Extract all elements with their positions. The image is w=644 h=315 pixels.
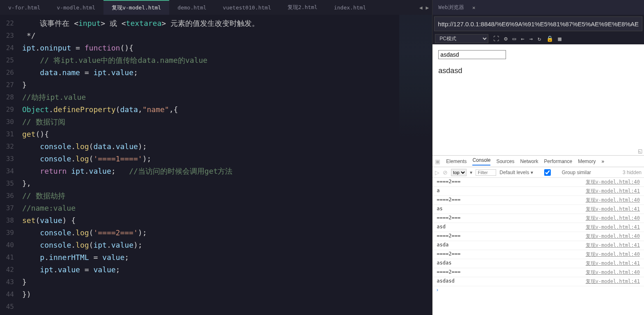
console-prompt[interactable]: › bbox=[432, 286, 644, 294]
browser-tab-bar: Web浏览器 × bbox=[432, 0, 644, 15]
console-message: ====2=== bbox=[437, 197, 460, 204]
editor-tab[interactable]: index.html bbox=[326, 0, 374, 15]
qr-icon[interactable]: ▦ bbox=[558, 35, 561, 42]
devtools-tab-network[interactable]: Network bbox=[520, 159, 538, 164]
console-message: ====2=== bbox=[437, 215, 460, 222]
console-row: asdasd复现v-model.html:41 bbox=[432, 277, 644, 286]
preview-text-input[interactable] bbox=[438, 50, 506, 59]
console-message: ====2=== bbox=[437, 179, 460, 186]
inspect-icon[interactable]: ▣ bbox=[435, 158, 440, 165]
editor-tab[interactable]: 复现2.html bbox=[279, 0, 326, 15]
devtools: ◱ ▣ ElementsConsoleSourcesNetworkPerform… bbox=[432, 155, 644, 315]
devtools-tabs: ▣ ElementsConsoleSourcesNetworkPerforman… bbox=[432, 156, 644, 167]
expand-icon[interactable]: ⛶ bbox=[493, 35, 499, 42]
console-message: a bbox=[437, 188, 439, 195]
console-source-link[interactable]: 复现v-model.html:40 bbox=[586, 215, 640, 222]
editor-tab-bar: v-for.htmlv-modle.html复现v-model.htmldemo… bbox=[0, 0, 432, 15]
minimap[interactable] bbox=[399, 15, 432, 138]
console-source-link[interactable]: 复现v-model.html:40 bbox=[586, 233, 640, 240]
editor-tab[interactable]: 复现v-model.html bbox=[104, 0, 169, 15]
lock-icon[interactable]: 🔒 bbox=[546, 35, 553, 42]
console-row: asdas复现v-model.html:41 bbox=[432, 259, 644, 268]
screenshot-icon[interactable]: ▭ bbox=[513, 35, 516, 42]
console-row: as复现v-model.html:41 bbox=[432, 205, 644, 214]
console-source-link[interactable]: 复现v-model.html:41 bbox=[586, 278, 640, 285]
console-message: ====2=== bbox=[437, 269, 460, 276]
devtools-tab-console[interactable]: Console bbox=[472, 157, 490, 166]
group-similar-label: Group similar bbox=[562, 170, 591, 175]
console-source-link[interactable]: 复现v-model.html:40 bbox=[586, 251, 640, 258]
editor-body: 2223242526272829303132333435363738394041… bbox=[0, 15, 432, 315]
editor-tab[interactable]: v-for.html bbox=[0, 0, 48, 15]
console-message: asdas bbox=[437, 260, 451, 267]
devtools-tab-sources[interactable]: Sources bbox=[496, 159, 514, 164]
console-source-link[interactable]: 复现v-model.html:41 bbox=[586, 242, 640, 249]
page-preview: asdasd bbox=[432, 44, 644, 155]
gear-icon[interactable]: ⚙ bbox=[504, 35, 507, 42]
browser-tab[interactable]: Web浏览器 bbox=[432, 0, 469, 15]
console-output: ====2===复现v-model.html:40a复现v-model.html… bbox=[432, 178, 644, 315]
console-source-link[interactable]: 复现v-model.html:40 bbox=[586, 197, 640, 204]
forward-icon[interactable]: → bbox=[529, 35, 533, 42]
context-select[interactable]: top bbox=[451, 169, 467, 176]
editor-tab[interactable]: vuetest010.html bbox=[215, 0, 279, 15]
console-row: ====2===复现v-model.html:40 bbox=[432, 178, 644, 187]
console-row: ====2===复现v-model.html:40 bbox=[432, 268, 644, 277]
console-source-link[interactable]: 复现v-model.html:40 bbox=[586, 179, 640, 186]
back-icon[interactable]: ← bbox=[521, 35, 524, 42]
console-row: ====2===复现v-model.html:40 bbox=[432, 232, 644, 241]
devtools-tab-performance[interactable]: Performance bbox=[544, 159, 572, 164]
console-row: ====2===复现v-model.html:40 bbox=[432, 214, 644, 223]
reload-icon[interactable]: ↻ bbox=[538, 35, 541, 42]
browser-toolbar: PC模式 ⛶ ⚙ ▭ ← → ↻ 🔒 ▦ bbox=[432, 33, 644, 44]
console-filter-bar: ▷ ⊘ top ▾ Default levels ▾ Group similar… bbox=[432, 167, 644, 178]
devtools-tab-memory[interactable]: Memory bbox=[578, 159, 596, 164]
tab-scroll-arrows[interactable]: ◀ ▶ bbox=[416, 5, 432, 11]
mode-select[interactable]: PC模式 bbox=[435, 34, 488, 43]
console-row: a复现v-model.html:41 bbox=[432, 187, 644, 196]
url-bar[interactable]: http://127.0.0.1:8848/%E6%9A%91%E5%81%87… bbox=[434, 16, 642, 31]
console-row: ====2===复现v-model.html:40 bbox=[432, 196, 644, 205]
group-similar-checkbox[interactable] bbox=[537, 169, 558, 176]
editor-area: v-for.htmlv-modle.html复现v-model.htmldemo… bbox=[0, 0, 432, 315]
filter-input[interactable] bbox=[476, 169, 496, 176]
popout-icon[interactable]: ◱ bbox=[638, 148, 642, 154]
console-message: asda bbox=[437, 242, 448, 249]
editor-tab[interactable]: demo.html bbox=[169, 0, 214, 15]
console-source-link[interactable]: 复现v-model.html:41 bbox=[586, 224, 640, 231]
clear-console-icon[interactable]: ▷ bbox=[435, 169, 439, 176]
levels-dropdown[interactable]: Default levels ▾ bbox=[499, 170, 533, 175]
console-source-link[interactable]: 复现v-model.html:41 bbox=[586, 206, 640, 213]
console-message: ====2=== bbox=[437, 251, 460, 258]
close-icon[interactable]: × bbox=[470, 5, 478, 11]
console-message: ====2=== bbox=[437, 233, 460, 240]
browser-panel: Web浏览器 × http://127.0.0.1:8848/%E6%9A%91… bbox=[432, 0, 644, 315]
console-source-link[interactable]: 复现v-model.html:40 bbox=[586, 269, 640, 276]
console-row: ====2===复现v-model.html:40 bbox=[432, 250, 644, 259]
line-gutter: 2223242526272829303132333435363738394041… bbox=[0, 15, 18, 315]
console-row: asd复现v-model.html:41 bbox=[432, 223, 644, 232]
console-source-link[interactable]: 复现v-model.html:41 bbox=[586, 260, 640, 267]
console-source-link[interactable]: 复现v-model.html:41 bbox=[586, 188, 640, 195]
devtools-tab-elements[interactable]: Elements bbox=[446, 159, 467, 164]
preview-output-text: asdasd bbox=[438, 67, 638, 75]
console-message: asd bbox=[437, 224, 446, 231]
more-tabs-icon[interactable]: » bbox=[602, 159, 605, 164]
hidden-count[interactable]: 3 hidden bbox=[623, 170, 642, 175]
editor-tab[interactable]: v-modle.html bbox=[48, 0, 104, 15]
no-icon[interactable]: ⊘ bbox=[443, 169, 448, 176]
console-row: asda复现v-model.html:41 bbox=[432, 241, 644, 250]
console-message: as bbox=[437, 206, 442, 213]
console-message: asdasd bbox=[437, 278, 454, 285]
code-content[interactable]: 该事件在 <input> 或 <textarea> 元素的值发生改变时触发。 *… bbox=[18, 15, 432, 315]
